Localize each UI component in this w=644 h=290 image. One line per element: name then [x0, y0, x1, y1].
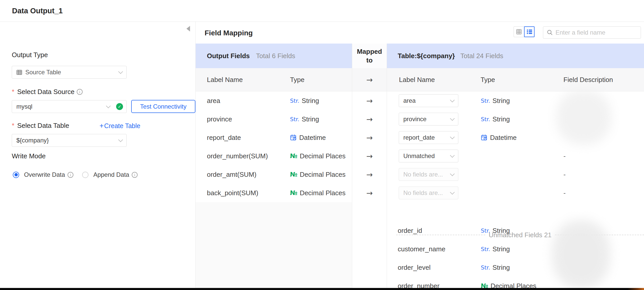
string-type-icon: Str.	[481, 264, 490, 271]
mapping-row: order_number(SUM) № Decimal Places → Unm…	[196, 147, 644, 165]
string-type-icon: Str.	[481, 227, 490, 234]
chevron-down-icon	[450, 153, 454, 158]
grid-view-button[interactable]	[514, 26, 524, 37]
mapping-arrow-icon: →	[352, 91, 387, 110]
output-type-value: Source Table	[25, 69, 61, 76]
chevron-down-icon	[450, 190, 454, 194]
plus-icon: +	[99, 122, 104, 130]
output-type-label: Output Type	[12, 51, 48, 59]
append-data-radio[interactable]	[82, 172, 88, 178]
mapping-arrow-icon: →	[352, 110, 387, 128]
unmatched-field-name: order_id	[398, 221, 422, 240]
data-table-value: ${company}	[16, 137, 49, 144]
output-fields-count: Total 6 Fields	[256, 52, 295, 60]
mapping-arrow-icon: →	[352, 147, 387, 165]
bottom-scrollbar[interactable]	[0, 288, 644, 290]
output-type-select[interactable]: Source Table	[12, 66, 127, 79]
target-table-count: Total 24 Fields	[460, 52, 503, 60]
list-view-button[interactable]	[524, 26, 535, 37]
decimal-type-icon: №	[290, 171, 297, 178]
output-field-name: back_point(SUM)	[207, 184, 258, 202]
table-grid-icon	[16, 69, 22, 75]
decimal-type-icon: №	[290, 152, 297, 160]
output-field-type: Datetime	[290, 128, 326, 147]
blurred-description-content	[556, 90, 611, 144]
field-description: -	[563, 165, 566, 184]
output-field-type: Str. String	[290, 110, 319, 128]
string-type-icon: Str.	[481, 246, 490, 252]
mapped-to-header: Mapped to	[352, 44, 387, 68]
chevron-down-icon	[118, 137, 123, 142]
field-mapping-title: Field Mapping	[205, 29, 253, 37]
mapping-header-band: Output Fields Total 6 Fields Table:${com…	[196, 44, 644, 68]
bottom-bar-glint	[628, 288, 644, 290]
data-source-label: * Select Data Source i	[12, 88, 83, 96]
target-field-type: Str. String	[481, 91, 510, 110]
col-output-type: Type	[290, 76, 304, 84]
target-field-select[interactable]: No fields are...	[399, 187, 458, 199]
chevron-down-icon	[106, 103, 110, 108]
collapse-panel-icon[interactable]	[186, 26, 190, 32]
page-title: Data Output_1	[12, 7, 63, 15]
string-type-icon: Str.	[290, 98, 299, 104]
write-mode-label: Write Mode	[12, 152, 46, 160]
data-table-label: * Select Data Table	[12, 122, 69, 130]
chevron-down-icon	[450, 134, 454, 139]
output-field-name: province	[207, 110, 232, 128]
mapping-arrow-icon: →	[352, 184, 387, 202]
info-icon[interactable]: i	[68, 172, 73, 178]
chevron-down-icon	[450, 171, 454, 176]
list-view-icon	[527, 29, 532, 35]
output-field-type: № Decimal Places	[290, 165, 346, 184]
blurred-description-content	[552, 220, 610, 288]
string-type-icon: Str.	[290, 116, 299, 122]
mapping-arrow-icon: →	[352, 165, 387, 184]
col-target-label-name: Label Name	[399, 76, 435, 84]
target-field-select[interactable]: province	[399, 113, 458, 126]
output-field-name: order_number(SUM)	[207, 147, 268, 165]
info-icon[interactable]: i	[132, 172, 138, 178]
test-connectivity-button[interactable]: Test Connectivity	[131, 100, 195, 113]
data-source-select[interactable]: mysql ✓	[12, 100, 127, 113]
info-icon[interactable]: i	[77, 89, 83, 95]
page-header: Data Output_1	[0, 0, 644, 22]
col-output-label-name: Label Name	[207, 76, 243, 84]
output-fields-title: Output Fields	[207, 52, 250, 60]
string-type-icon: Str.	[481, 98, 490, 104]
overwrite-data-radio[interactable]	[13, 172, 19, 178]
column-headers-row: Label Name Type → Label Name Type Field …	[196, 68, 644, 91]
target-table-title: Table:${company}	[398, 52, 455, 60]
mapping-arrow-icon: →	[352, 128, 387, 147]
data-output-screen: Data Output_1 Output Type Source Table *…	[0, 0, 644, 290]
output-field-name: report_date	[207, 128, 241, 147]
data-source-value: mysql	[16, 103, 32, 110]
search-input[interactable]	[556, 29, 637, 36]
mapping-arrow-icon: →	[352, 75, 387, 84]
unmatched-field-name: order_level	[398, 258, 431, 277]
chevron-down-icon	[450, 98, 454, 102]
mapping-row: order_amt(SUM) № Decimal Places → No fie…	[196, 165, 644, 184]
decimal-type-icon: №	[290, 189, 297, 196]
data-table-select[interactable]: ${company}	[12, 134, 127, 147]
col-target-type: Type	[481, 76, 495, 84]
calendar-clock-icon	[481, 134, 488, 141]
target-field-select[interactable]: Unmatched	[399, 150, 458, 162]
config-panel: Output Type Source Table * Select Data S…	[0, 22, 196, 290]
target-field-select[interactable]: area	[399, 94, 458, 107]
output-field-name: area	[207, 91, 220, 110]
append-data-label: Append Data	[93, 171, 129, 178]
target-field-select[interactable]: report_date	[399, 131, 458, 144]
mapping-row: back_point(SUM) № Decimal Places → No fi…	[196, 184, 644, 202]
search-icon	[547, 29, 553, 36]
output-field-type: № Decimal Places	[290, 184, 346, 202]
output-field-type: № Decimal Places	[290, 147, 346, 165]
target-field-select[interactable]: No fields are...	[399, 168, 458, 181]
create-table-link[interactable]: + Create Table	[99, 122, 140, 130]
view-toggle	[514, 26, 535, 37]
unmatched-field-name: customer_name	[398, 240, 445, 258]
field-description: -	[563, 147, 566, 165]
col-field-description: Field Description	[563, 76, 613, 84]
target-field-type: Str. String	[481, 110, 510, 128]
output-field-type: Str. String	[290, 91, 319, 110]
field-search	[543, 26, 641, 39]
